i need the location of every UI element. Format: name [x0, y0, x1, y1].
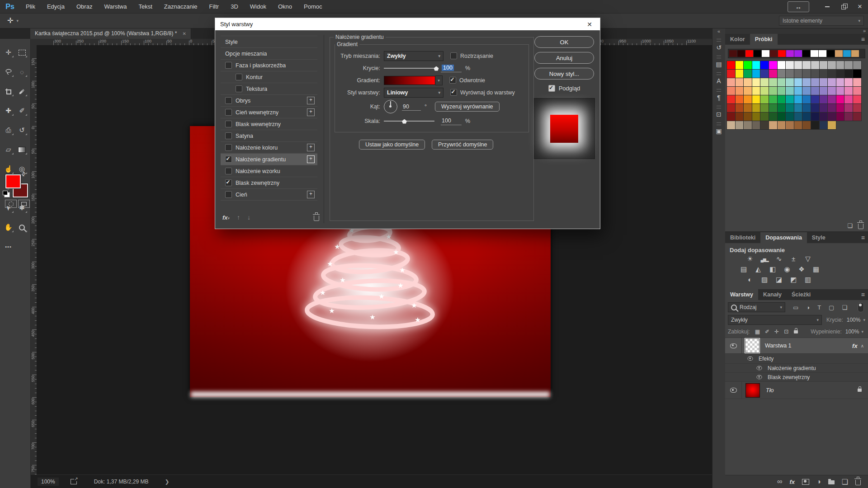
- vibrance-icon[interactable]: ▽: [804, 255, 812, 263]
- color-swatch[interactable]: [760, 95, 769, 103]
- menu-widok[interactable]: Widok: [244, 0, 272, 13]
- recent-swatch[interactable]: [794, 50, 802, 57]
- cancel-button[interactable]: Anuluj: [534, 52, 594, 64]
- dialog-close-icon[interactable]: ✕: [584, 21, 595, 28]
- layer-row-tlo[interactable]: Tło: [725, 382, 868, 399]
- black-white-icon[interactable]: ◧: [769, 265, 777, 273]
- color-swatch[interactable]: [820, 113, 828, 121]
- color-swatch[interactable]: [786, 113, 794, 121]
- eye-icon[interactable]: [757, 366, 762, 370]
- style-item-nalozenie-wzorku[interactable]: Nałożenie wzorku: [221, 165, 317, 177]
- recent-swatch[interactable]: [819, 50, 826, 57]
- restore-button[interactable]: [835, 0, 852, 13]
- menu-plik[interactable]: Plik: [20, 0, 41, 13]
- color-swatch[interactable]: [794, 95, 802, 103]
- color-swatch[interactable]: [844, 113, 853, 121]
- eye-icon[interactable]: [748, 357, 753, 361]
- color-swatch[interactable]: [828, 104, 836, 112]
- swap-colors-icon[interactable]: ⇄: [20, 170, 28, 178]
- color-swatch[interactable]: [811, 70, 819, 78]
- add-effect-icon[interactable]: +: [307, 108, 315, 116]
- color-swatch[interactable]: [786, 95, 794, 103]
- angle-dial[interactable]: [384, 100, 397, 113]
- gradient-tool[interactable]: [15, 143, 29, 156]
- color-balance-icon[interactable]: ◭: [754, 265, 762, 273]
- new-group-icon[interactable]: [828, 480, 835, 484]
- tab-style[interactable]: Style: [807, 232, 830, 243]
- color-swatch[interactable]: [811, 78, 819, 86]
- color-swatch[interactable]: [844, 87, 853, 95]
- delete-layer-icon[interactable]: [855, 480, 861, 485]
- color-swatch[interactable]: [769, 61, 777, 69]
- color-swatch[interactable]: [727, 78, 735, 86]
- color-swatch[interactable]: [760, 121, 769, 129]
- paragraph-icon[interactable]: ¶: [712, 94, 725, 101]
- color-swatch[interactable]: [794, 104, 802, 112]
- device-preview-icon[interactable]: ▣: [712, 127, 725, 135]
- menu-3d[interactable]: 3D: [225, 0, 244, 13]
- history-brush-tool[interactable]: ↺: [15, 123, 29, 137]
- color-swatch[interactable]: [836, 113, 844, 121]
- color-swatch[interactable]: [778, 104, 786, 112]
- color-swatch[interactable]: [727, 121, 735, 129]
- opacity-slider-thumb[interactable]: [434, 66, 439, 71]
- recent-swatch[interactable]: [778, 50, 786, 57]
- color-swatch[interactable]: [769, 70, 777, 78]
- color-swatch[interactable]: [802, 104, 811, 112]
- eye-icon[interactable]: [757, 375, 762, 379]
- filter-pixel-layers-icon[interactable]: ▭: [793, 304, 798, 311]
- color-swatch[interactable]: [786, 87, 794, 95]
- share-icon[interactable]: [71, 479, 77, 484]
- quick-selection-tool[interactable]: ◌: [15, 65, 29, 79]
- color-swatch[interactable]: [802, 78, 811, 86]
- color-swatch[interactable]: [828, 121, 836, 129]
- color-lookup-icon[interactable]: ▦: [812, 265, 820, 273]
- style-item-checkbox[interactable]: [236, 74, 242, 80]
- tab-warstwy[interactable]: Warstwy: [725, 289, 758, 300]
- color-swatch[interactable]: [844, 61, 853, 69]
- screen-mode-button[interactable]: [18, 200, 30, 208]
- color-swatch[interactable]: [820, 104, 828, 112]
- color-swatch[interactable]: [844, 78, 853, 86]
- color-swatch[interactable]: [727, 70, 735, 78]
- style-item-nalozenie-koloru[interactable]: Nałożenie koloru+: [221, 142, 317, 154]
- style-item-checkbox[interactable]: [225, 179, 232, 186]
- lock-artboard-icon[interactable]: ⊡: [784, 328, 788, 335]
- add-effect-icon[interactable]: +: [307, 97, 315, 104]
- color-swatch[interactable]: [836, 87, 844, 95]
- color-swatch[interactable]: [811, 61, 819, 69]
- style-item-checkbox[interactable]: [225, 132, 232, 139]
- color-swatch[interactable]: [786, 104, 794, 112]
- color-swatch[interactable]: [820, 70, 828, 78]
- zoom-level-field[interactable]: 100%: [38, 478, 59, 486]
- dialog-title-bar[interactable]: Styl warstwy ✕: [215, 18, 600, 30]
- tab-menu-icon[interactable]: ≡: [861, 291, 865, 298]
- color-swatch[interactable]: [736, 95, 744, 103]
- layer-filter-select[interactable]: Rodzaj ▾: [728, 302, 785, 312]
- recent-swatch[interactable]: [835, 50, 843, 57]
- color-swatch[interactable]: [853, 113, 861, 121]
- brightness-contrast-icon[interactable]: ☀: [746, 255, 754, 263]
- tab-dopasowania[interactable]: Dopasowania: [760, 232, 807, 243]
- recent-swatch[interactable]: [843, 50, 851, 57]
- color-swatch[interactable]: [794, 78, 802, 86]
- style-item-checkbox[interactable]: [225, 168, 232, 174]
- gradient-picker-chevron[interactable]: ▾: [435, 75, 443, 85]
- color-swatch[interactable]: [752, 61, 760, 69]
- color-swatch[interactable]: [727, 113, 735, 121]
- menu-obraz[interactable]: Obraz: [71, 0, 98, 13]
- new-layer-icon[interactable]: ❏: [842, 478, 848, 486]
- style-item-checkbox[interactable]: [225, 109, 232, 116]
- color-swatch[interactable]: [811, 104, 819, 112]
- minimize-button[interactable]: [819, 0, 835, 13]
- recent-swatch[interactable]: [827, 50, 835, 57]
- invert-icon[interactable]: ◐: [746, 276, 754, 284]
- color-swatch[interactable]: [811, 121, 819, 129]
- eyedropper-tool[interactable]: [15, 84, 29, 98]
- style-item-checkbox[interactable]: [225, 144, 232, 151]
- layer-style-icon[interactable]: fx: [789, 479, 795, 485]
- color-swatch[interactable]: [794, 121, 802, 129]
- curves-icon[interactable]: ∿: [775, 255, 783, 263]
- reset-alignment-button[interactable]: Wyzeruj wyrównanie: [435, 102, 500, 112]
- eye-icon[interactable]: [730, 343, 737, 348]
